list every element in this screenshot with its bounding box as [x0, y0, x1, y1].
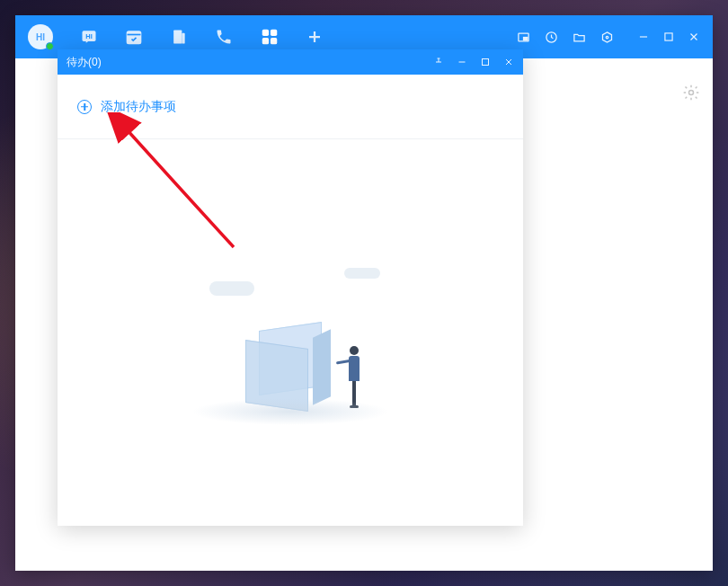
svg-rect-3 [173, 31, 182, 44]
svg-rect-5 [262, 30, 269, 36]
svg-text:HI: HI [85, 32, 93, 40]
svg-rect-8 [271, 38, 277, 44]
phone-icon[interactable] [215, 28, 233, 46]
hexagon-icon[interactable] [600, 31, 614, 44]
pip-icon[interactable] [517, 31, 530, 44]
apps-icon[interactable] [260, 27, 280, 47]
minimize-icon[interactable] [637, 31, 650, 43]
svg-point-14 [689, 91, 694, 95]
todo-window-controls [433, 57, 514, 67]
minimize-icon[interactable] [457, 57, 467, 67]
history-icon[interactable] [545, 31, 558, 44]
todo-window: 待办(0) 添加待办事项 [58, 49, 523, 526]
svg-point-12 [606, 36, 608, 39]
plus-circle-icon [77, 100, 92, 114]
add-todo-label: 添加待办事项 [101, 99, 176, 115]
plus-icon[interactable] [306, 29, 323, 45]
status-online-icon [46, 42, 54, 50]
add-todo-button[interactable]: 添加待办事项 [58, 75, 523, 139]
close-icon[interactable] [503, 57, 514, 67]
avatar[interactable]: HI [28, 24, 53, 49]
gear-icon[interactable] [682, 84, 700, 105]
svg-rect-4 [182, 33, 184, 44]
maximize-icon[interactable] [480, 57, 491, 67]
todo-titlebar: 待办(0) [58, 49, 523, 75]
empty-illustration [191, 254, 389, 434]
svg-rect-7 [262, 38, 269, 44]
pin-icon[interactable] [433, 57, 444, 67]
svg-rect-15 [483, 59, 489, 66]
svg-rect-6 [271, 30, 277, 36]
folder-icon[interactable] [573, 31, 586, 44]
news-icon[interactable] [170, 28, 188, 46]
todo-body: 添加待办事项 [58, 75, 523, 526]
maximize-icon[interactable] [662, 31, 675, 43]
close-icon[interactable] [688, 31, 700, 43]
svg-rect-13 [665, 33, 672, 40]
titlebar-right [517, 31, 700, 44]
calendar-icon[interactable] [125, 28, 143, 46]
nav-icons: HI [80, 27, 323, 47]
window-controls [637, 31, 700, 43]
todo-title: 待办(0) [67, 55, 102, 70]
chat-icon[interactable]: HI [80, 28, 98, 46]
svg-rect-2 [128, 31, 141, 43]
svg-rect-10 [524, 37, 528, 40]
